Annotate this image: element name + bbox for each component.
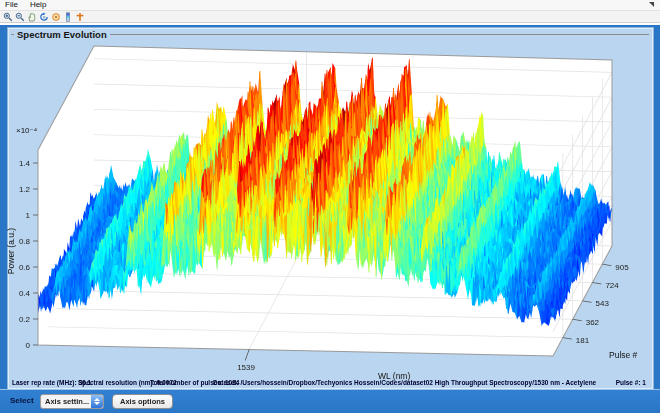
plot-3d-surface[interactable] — [0, 0, 660, 413]
status-dataset-path: Dataset: /Users/hossein/Dropbox/Techyoni… — [213, 379, 596, 386]
status-bar: Laser rep rate (MHz): 36.1 Spectral reso… — [0, 379, 660, 389]
axis-settings-dropdown-value: Axis settin... — [41, 397, 91, 406]
axis-settings-dropdown[interactable]: Axis settin... — [40, 394, 104, 409]
select-label: Select — [10, 396, 34, 405]
status-pulse-number: Pulse #: 1 — [616, 379, 646, 386]
dropdown-arrows-icon[interactable] — [91, 395, 103, 408]
axis-options-button-label: Axis options — [120, 397, 165, 406]
axis-options-button[interactable]: Axis options — [112, 394, 173, 409]
bottom-control-bar: Select Axis settin... Axis options — [0, 389, 660, 413]
